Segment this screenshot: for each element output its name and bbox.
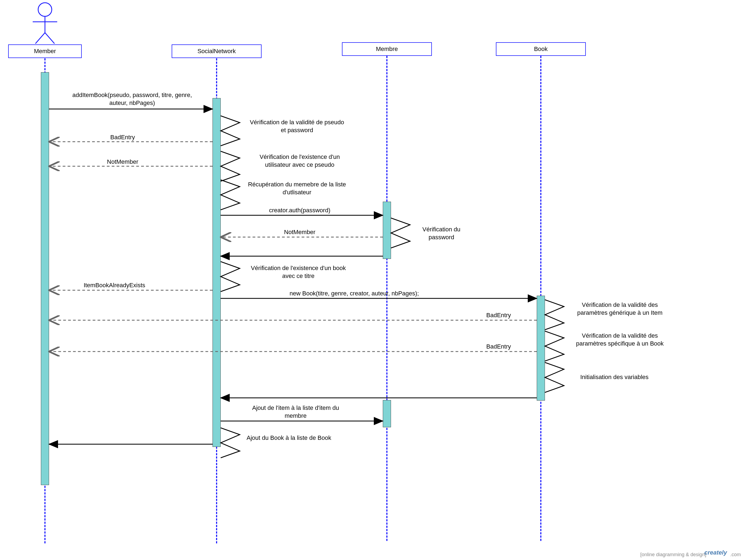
- msg-creatorauth: creator.auth(password): [255, 207, 345, 214]
- self-verif-pseudo: Vérification de la validité de pseudo et…: [248, 119, 346, 134]
- msg-additembook: addItemBook(pseudo, password, titre, gen…: [72, 91, 192, 107]
- msg-ajout-item: Ajout de l'item à la liste d'item du mem…: [248, 404, 343, 420]
- self-init: Initialisation des variables: [571, 373, 658, 381]
- self-recup-membre: Récupération du memebre de la liste d'ut…: [248, 181, 346, 196]
- msg-notmember-2: NotMember: [255, 228, 345, 236]
- footer-tagline: [online diagramming & design]: [640, 552, 706, 558]
- footer-suffix: .com: [730, 552, 741, 558]
- self-verif-specific: Vérification de la validité des paramètr…: [571, 332, 669, 347]
- msg-newbook: new Book(titre, genre, creator, auteur, …: [272, 290, 436, 298]
- self-verif-generic: Vérification de la validité des paramètr…: [571, 301, 669, 317]
- footer-brand: creately: [704, 549, 727, 556]
- msg-badentry-2: BadEntry: [471, 311, 526, 319]
- self-verif-user: Vérification de l'existence d'un utilisa…: [248, 153, 351, 169]
- self-ajout-book: Ajout du Book à la liste de Book: [247, 434, 350, 442]
- self-verif-password: Vérification du password: [414, 226, 469, 241]
- msg-notmember-1: NotMember: [95, 158, 150, 166]
- msg-badentry-3: BadEntry: [471, 343, 526, 351]
- msg-badentry-1: BadEntry: [95, 133, 150, 141]
- msg-itemexists: ItemBookAlreadyExists: [74, 282, 155, 289]
- self-verif-book: Vérification de l'existence d'un book av…: [248, 264, 349, 280]
- arrows-layer: [0, 0, 743, 560]
